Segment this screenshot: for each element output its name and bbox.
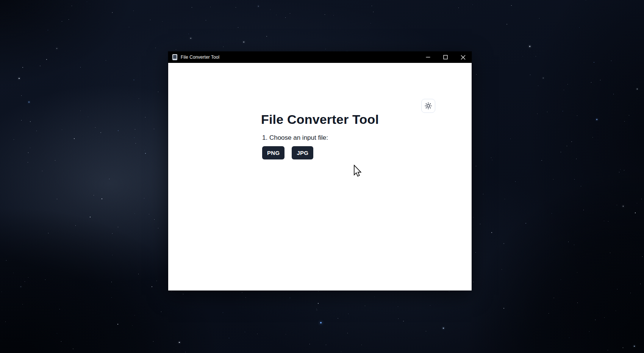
window-controls xyxy=(419,52,472,63)
maximize-icon xyxy=(443,55,448,59)
sun-icon xyxy=(425,102,432,109)
close-icon xyxy=(461,55,466,60)
theme-toggle-button[interactable] xyxy=(421,99,435,113)
window-title: File Converter Tool xyxy=(181,55,219,60)
window-content: File Converter Tool 1. Choose an input f… xyxy=(168,63,472,291)
png-button[interactable]: PNG xyxy=(262,146,284,159)
app-icon xyxy=(172,54,177,60)
page-title: File Converter Tool xyxy=(168,111,472,128)
format-button-row: PNG JPG xyxy=(262,146,313,159)
jpg-button[interactable]: JPG xyxy=(292,146,313,159)
maximize-button[interactable] xyxy=(437,52,454,63)
app-window: File Converter Tool xyxy=(168,52,472,291)
close-button[interactable] xyxy=(454,52,472,63)
minimize-button[interactable] xyxy=(419,52,437,63)
window-titlebar[interactable]: File Converter Tool xyxy=(168,52,472,63)
step-label: 1. Choose an input file: xyxy=(262,133,328,142)
desktop: File Converter Tool xyxy=(0,0,644,353)
minimize-icon xyxy=(426,55,430,59)
